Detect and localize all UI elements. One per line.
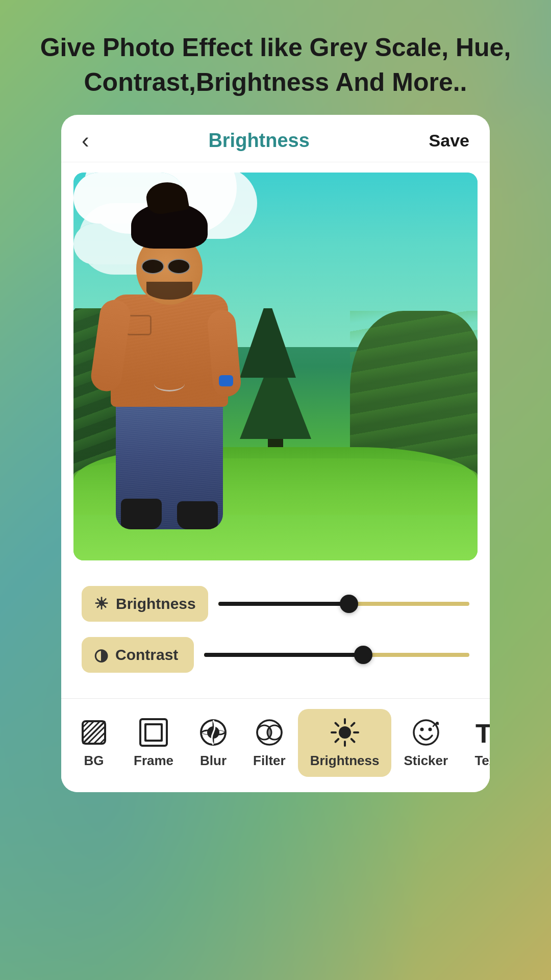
contrast-label[interactable]: ◑ Contrast — [82, 637, 194, 673]
svg-point-29 — [436, 722, 439, 725]
brightness-icon: ☀ — [94, 594, 109, 614]
svg-line-25 — [335, 739, 338, 742]
path — [250, 447, 301, 560]
svg-line-6 — [94, 732, 105, 744]
main-card: ‹ Brightness Save — [61, 115, 490, 792]
person-hair — [131, 203, 208, 249]
brightness-slider-row: ☀ Brightness — [82, 586, 469, 622]
svg-line-22 — [335, 723, 338, 726]
back-button[interactable]: ‹ — [82, 129, 89, 152]
brightness-label[interactable]: ☀ Brightness — [82, 586, 208, 622]
svg-point-28 — [428, 728, 432, 731]
svg-rect-10 — [146, 725, 161, 740]
blur-icon — [198, 717, 229, 748]
tool-bg[interactable]: BG — [66, 709, 121, 777]
bg-icon — [79, 717, 109, 748]
contrast-thumb[interactable] — [354, 646, 372, 664]
brightness-fill — [218, 602, 349, 606]
bottom-toolbar: BG Frame — [61, 698, 490, 792]
headline: Give Photo Effect like Grey Scale, Hue, … — [0, 0, 551, 115]
tool-text[interactable]: T Text — [460, 709, 490, 777]
contrast-slider-track[interactable] — [204, 653, 469, 657]
tool-filter[interactable]: Filter — [241, 709, 298, 777]
save-button[interactable]: Save — [429, 131, 469, 151]
contrast-slider-row: ◑ Contrast — [82, 637, 469, 673]
brightness-slider-track[interactable] — [218, 602, 469, 606]
text-toolbar-icon: T — [472, 717, 490, 748]
sliders-area: ☀ Brightness ◑ Contrast — [61, 571, 490, 698]
tool-sticker[interactable]: Sticker — [391, 709, 460, 777]
brightness-toolbar-icon — [330, 717, 360, 748]
person-figure — [106, 254, 233, 529]
contrast-fill — [204, 653, 363, 657]
sticker-icon — [411, 717, 441, 748]
frame-icon — [138, 717, 169, 748]
screen-title: Brightness — [208, 130, 309, 152]
tool-frame[interactable]: Frame — [121, 709, 186, 777]
svg-line-24 — [351, 723, 354, 726]
svg-point-17 — [339, 726, 351, 739]
svg-line-23 — [351, 739, 354, 742]
tool-brightness[interactable]: Brightness — [298, 709, 392, 777]
photo-canvas — [73, 173, 478, 560]
wristband — [219, 375, 233, 386]
svg-text:T: T — [475, 719, 490, 748]
filter-icon — [254, 717, 285, 748]
svg-point-27 — [420, 728, 423, 731]
contrast-icon: ◑ — [94, 645, 108, 665]
tool-blur[interactable]: Blur — [186, 709, 241, 777]
card-header: ‹ Brightness Save — [61, 115, 490, 162]
svg-line-3 — [83, 721, 94, 732]
brightness-thumb[interactable] — [340, 595, 358, 613]
